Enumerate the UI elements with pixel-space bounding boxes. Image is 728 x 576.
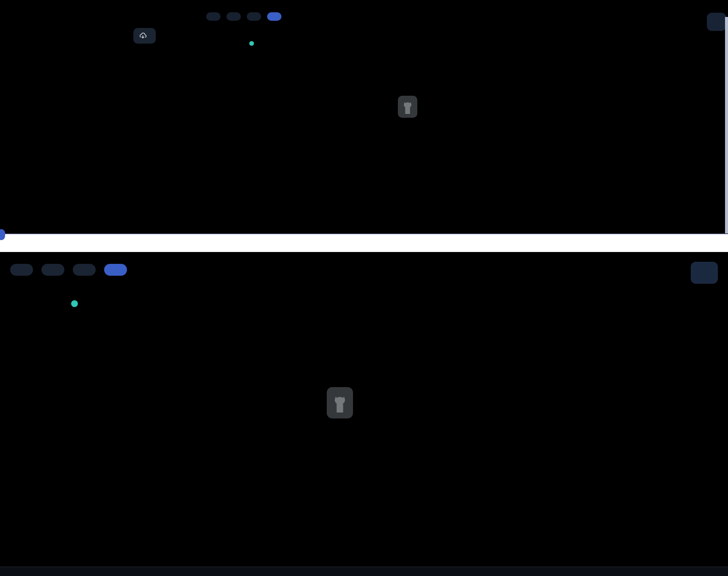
embed-code-button[interactable] (691, 262, 718, 284)
chart-type-tabs (10, 264, 127, 276)
tab-stablecoins[interactable] (267, 12, 281, 21)
defillama-logo-icon (327, 387, 353, 418)
defillama-dashboard (0, 0, 728, 576)
tab-volume[interactable] (41, 264, 64, 276)
scroll-indicator (0, 229, 5, 240)
metric-row-stablecoins-mcap[interactable] (0, 59, 188, 70)
defillama-logo-icon (398, 96, 417, 118)
series-dot-icon (71, 300, 78, 307)
bottom-edge-strip (0, 567, 728, 576)
chart-tooltip (249, 38, 262, 46)
tab-stablecoins[interactable] (104, 264, 127, 276)
chart-type-tabs (206, 12, 281, 21)
metric-row-volume-24h[interactable] (0, 74, 188, 85)
page-scrollbar[interactable] (725, 17, 728, 233)
tab-raises[interactable] (247, 12, 261, 21)
tab-tvl[interactable] (10, 264, 33, 276)
tab-tvl[interactable] (206, 12, 221, 21)
panel-divider (0, 234, 728, 252)
download-cloud-icon (139, 32, 146, 39)
embed-code-button[interactable] (707, 13, 726, 31)
chart-tooltip (71, 296, 90, 307)
metric-row-total-funding (0, 89, 188, 100)
series-dot-icon (249, 41, 254, 46)
download-csv-button[interactable] (133, 28, 156, 44)
tab-raises[interactable] (73, 264, 96, 276)
tab-volume[interactable] (226, 12, 241, 21)
